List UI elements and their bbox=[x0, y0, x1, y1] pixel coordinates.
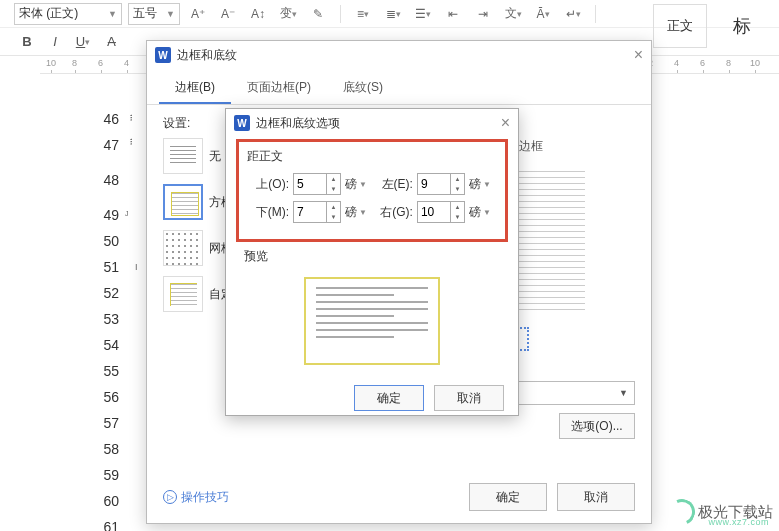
app-icon: W bbox=[155, 47, 171, 63]
font-name-value: 宋体 (正文) bbox=[19, 5, 78, 22]
chevron-down-icon: ▼ bbox=[483, 180, 491, 189]
style-heading-1[interactable]: 标 bbox=[715, 4, 769, 48]
unit-select[interactable]: 磅▼ bbox=[345, 176, 367, 193]
preview-label: 预览 bbox=[244, 248, 518, 265]
top-left-row: 上(O): ▲▼ 磅▼ 左(E): ▲▼ 磅▼ bbox=[247, 173, 497, 195]
dialog-titlebar: W 边框和底纹选项 × bbox=[226, 109, 518, 137]
dialog-buttons: 确定 取消 bbox=[469, 483, 635, 511]
clear-format-button[interactable]: ✎ bbox=[306, 3, 330, 25]
bottom-right-row: 下(M): ▲▼ 磅▼ 右(G): ▲▼ 磅▼ bbox=[247, 201, 497, 223]
bottom-label: 下(M): bbox=[247, 204, 289, 221]
ok-button[interactable]: 确定 bbox=[354, 385, 424, 411]
right-label: 右(G): bbox=[371, 204, 413, 221]
play-icon: ▷ bbox=[163, 490, 177, 504]
custom-icon bbox=[163, 276, 203, 312]
font-name-select[interactable]: 宋体 (正文) ▼ bbox=[14, 3, 122, 25]
font-size-value: 五号 bbox=[133, 5, 157, 22]
left-label: 左(E): bbox=[371, 176, 413, 193]
phonetic-guide-button[interactable]: 变▾ bbox=[276, 3, 300, 25]
dialog-footer: ▷ 操作技巧 确定 取消 bbox=[163, 483, 635, 511]
separator bbox=[595, 5, 596, 23]
unit-select[interactable]: 磅▼ bbox=[345, 204, 367, 221]
bottom-input[interactable] bbox=[294, 202, 326, 222]
group-label: 距正文 bbox=[247, 148, 497, 165]
preview-box bbox=[304, 277, 440, 365]
doc-char: J bbox=[125, 210, 129, 217]
watermark: 极光下载站 www.xz7.com bbox=[669, 499, 773, 525]
unit-select[interactable]: 磅▼ bbox=[469, 176, 491, 193]
right-input[interactable] bbox=[418, 202, 450, 222]
spin-down-icon[interactable]: ▼ bbox=[451, 212, 464, 222]
text-direction-button[interactable]: 文▾ bbox=[501, 3, 525, 25]
italic-button[interactable]: I bbox=[42, 31, 68, 53]
left-input[interactable] bbox=[418, 174, 450, 194]
box-icon bbox=[163, 184, 203, 220]
multilevel-list-button[interactable]: ☰▾ bbox=[411, 3, 435, 25]
brand-url: www.xz7.com bbox=[708, 517, 769, 527]
dialog-buttons: 确定 取消 bbox=[226, 377, 518, 419]
font-size-select[interactable]: 五号 ▼ bbox=[128, 3, 180, 25]
dialog-tabs: 边框(B) 页面边框(P) 底纹(S) bbox=[147, 73, 651, 105]
spin-up-icon[interactable]: ▲ bbox=[451, 202, 464, 212]
decrease-font-button[interactable]: A⁻ bbox=[216, 3, 240, 25]
change-case-button[interactable]: A↕ bbox=[246, 3, 270, 25]
bottom-spinner[interactable]: ▲▼ bbox=[293, 201, 341, 223]
spin-up-icon[interactable]: ▲ bbox=[451, 174, 464, 184]
right-spinner[interactable]: ▲▼ bbox=[417, 201, 465, 223]
dialog-titlebar: W 边框和底纹 × bbox=[147, 41, 651, 69]
tab-page-border[interactable]: 页面边框(P) bbox=[231, 73, 327, 104]
spin-up-icon[interactable]: ▲ bbox=[327, 174, 340, 184]
tips-link[interactable]: ▷ 操作技巧 bbox=[163, 489, 229, 506]
style-body-text[interactable]: 正文 bbox=[653, 4, 707, 48]
decrease-indent-button[interactable]: ⇤ bbox=[441, 3, 465, 25]
numbered-list-button[interactable]: ≣▾ bbox=[381, 3, 405, 25]
dialog-title: 边框和底纹选项 bbox=[256, 115, 340, 132]
spin-up-icon[interactable]: ▲ bbox=[327, 202, 340, 212]
cancel-button[interactable]: 取消 bbox=[434, 385, 504, 411]
bullet-char: ፧ bbox=[130, 136, 132, 148]
style-gallery: 正文 标 bbox=[653, 4, 769, 48]
chevron-down-icon: ▼ bbox=[108, 9, 117, 19]
app-icon: W bbox=[234, 115, 250, 131]
none-icon bbox=[163, 138, 203, 174]
close-icon[interactable]: × bbox=[501, 114, 510, 132]
apply-to-select[interactable]: ▼ bbox=[505, 381, 635, 405]
ok-button[interactable]: 确定 bbox=[469, 483, 547, 511]
doc-char: I bbox=[135, 262, 138, 272]
unit-select[interactable]: 磅▼ bbox=[469, 204, 491, 221]
line-numbers: 46 47 48 49 50 51 52 53 54 55 56 57 58 5… bbox=[95, 106, 119, 531]
chevron-down-icon: ▼ bbox=[359, 180, 367, 189]
underline-button[interactable]: U▾ bbox=[70, 31, 96, 53]
top-input[interactable] bbox=[294, 174, 326, 194]
spin-down-icon[interactable]: ▼ bbox=[327, 184, 340, 194]
increase-indent-button[interactable]: ⇥ bbox=[471, 3, 495, 25]
bold-button[interactable]: B bbox=[14, 31, 40, 53]
chevron-down-icon: ▼ bbox=[483, 208, 491, 217]
top-label: 上(O): bbox=[247, 176, 289, 193]
chevron-down-icon: ▼ bbox=[359, 208, 367, 217]
top-spinner[interactable]: ▲▼ bbox=[293, 173, 341, 195]
show-marks-button[interactable]: ↵▾ bbox=[561, 3, 585, 25]
from-text-group-highlight: 距正文 上(O): ▲▼ 磅▼ 左(E): ▲▼ 磅▼ 下(M): ▲▼ 磅▼ … bbox=[236, 139, 508, 242]
tab-border[interactable]: 边框(B) bbox=[159, 73, 231, 104]
spin-down-icon[interactable]: ▼ bbox=[451, 184, 464, 194]
separator bbox=[340, 5, 341, 23]
bullet-list-button[interactable]: ≡▾ bbox=[351, 3, 375, 25]
strikethrough-button[interactable]: A̶ bbox=[98, 31, 124, 53]
close-icon[interactable]: × bbox=[634, 46, 643, 64]
sort-button[interactable]: Ā▾ bbox=[531, 3, 555, 25]
logo-arc-icon bbox=[665, 495, 698, 528]
border-shading-options-dialog: W 边框和底纹选项 × 距正文 上(O): ▲▼ 磅▼ 左(E): ▲▼ 磅▼ … bbox=[225, 108, 519, 416]
dialog-title: 边框和底纹 bbox=[177, 47, 237, 64]
increase-font-button[interactable]: A⁺ bbox=[186, 3, 210, 25]
tab-shading[interactable]: 底纹(S) bbox=[327, 73, 399, 104]
spin-down-icon[interactable]: ▼ bbox=[327, 212, 340, 222]
bullet-char: ፧ bbox=[130, 112, 132, 124]
options-button[interactable]: 选项(O)... bbox=[559, 413, 635, 439]
cancel-button[interactable]: 取消 bbox=[557, 483, 635, 511]
left-spinner[interactable]: ▲▼ bbox=[417, 173, 465, 195]
grid-icon bbox=[163, 230, 203, 266]
chevron-down-icon: ▼ bbox=[166, 9, 175, 19]
chevron-down-icon: ▼ bbox=[619, 388, 628, 398]
